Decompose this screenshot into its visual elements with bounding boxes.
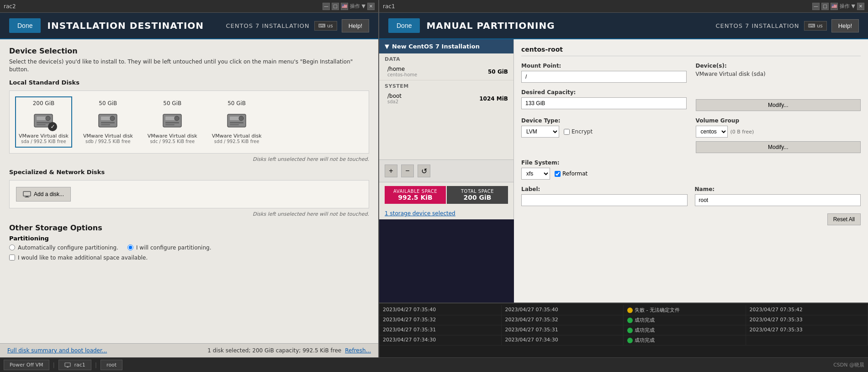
available-space: AVAILABLE SPACE 992.5 KiB [385,186,446,204]
minimize-btn[interactable]: — [323,3,330,10]
taskbar-item-rac1[interactable]: rac1 [58,360,91,370]
disks-grid: 200 GiB ✓ VMware Virtual disk sda / 992.… [9,90,369,154]
disk-icon-sdc [159,108,186,131]
inst-right-left: CENTOS 7 INSTALLATION ⌨ us Help! [226,19,369,32]
taskbar-item-root[interactable]: root [101,360,122,370]
manual-partitioning-radio[interactable] [127,244,133,250]
tree-item-home[interactable]: /home centos-home 50 GiB [379,63,513,80]
capacity-input[interactable] [521,97,687,109]
footer-status: 1 disk selected; 200 GiB capacity; 992.5… [207,347,341,354]
details-title: centos-root [521,46,861,56]
label-input[interactable] [521,194,688,206]
device-field: Device(s): VMware Virtual disk (sda) [696,63,861,83]
status-dot-success-2 [627,318,633,323]
disk-size-sdb: 50 GiB [99,100,117,106]
filesystem-select[interactable]: xfs ext4 swap [521,168,550,180]
remove-partition-btn[interactable]: − [401,165,414,177]
volume-group-select[interactable]: centos [696,126,728,138]
vg-free-label: (0 B free) [730,129,754,135]
help-button-left[interactable]: Help! [342,19,369,32]
auto-partitioning-label[interactable]: Automatically configure partitioning. [9,244,118,251]
log-cell-3-1: 2023/04/27 07:35:31 [379,325,502,335]
done-button-right[interactable]: Done [388,18,420,33]
reformat-text: Reformat [562,170,587,177]
tree-item-boot[interactable]: /boot sda2 1024 MiB [379,90,513,106]
help-button-right[interactable]: Help! [831,19,859,32]
maximize-btn[interactable]: □ [332,3,339,10]
taskbar-sep-2: | [95,361,97,368]
status-dot-success-3 [627,328,633,333]
centos-label-right: CENTOS 7 INSTALLATION [716,22,799,29]
reformat-checkbox[interactable] [555,171,561,177]
device-type-field: Device Type: LVM Standard RAID Encrypt [521,117,687,153]
name-input[interactable] [695,194,861,206]
taskbar-monitor-icon [64,362,71,368]
tree-section-data: DATA [379,53,513,63]
close-btn-right[interactable]: ✕ [857,3,864,10]
maximize-btn-right[interactable]: □ [821,3,829,10]
log-table: 2023/04/27 07:35:40 2023/04/27 07:35:40 … [379,305,868,345]
disk-item-sdb[interactable]: 50 GiB VMware Virtual disk sdb / 992.5 K… [80,97,136,147]
capacity-label: Desired Capacity: [521,89,687,96]
name-field: Name: [695,186,861,206]
name-label: Name: [695,186,861,192]
operation-label-right: 操作 ▼ [840,3,855,10]
partitioning-subtitle: Partitioning [9,235,369,242]
reformat-label[interactable]: Reformat [555,170,587,177]
log-status-1: 失败 - 无法确定文件 [635,307,680,314]
device-type-controls: LVM Standard RAID Encrypt [521,126,687,138]
total-space: TOTAL SPACE 200 GiB [447,186,508,204]
inst-title-left: INSTALLATION DESTINATION [47,20,204,31]
disk-size-sdd: 50 GiB [228,100,246,106]
total-value: 200 GiB [451,194,503,201]
modify-button-1[interactable]: Modify... [696,99,861,111]
check-mark-sda: ✓ [48,122,57,131]
svg-rect-6 [101,117,110,120]
mount-point-input[interactable] [521,71,687,83]
additional-space-label[interactable]: I would like to make additional space av… [9,255,369,261]
disk-name-sdb: VMware Virtual disk [83,133,133,139]
device-label: Device(s): [696,63,861,69]
storage-device-link[interactable]: 1 storage device selected [379,207,513,219]
storage-link-text[interactable]: 1 storage device selected [385,210,455,217]
device-type-select[interactable]: LVM Standard RAID [521,126,559,138]
log-cell-4-4 [746,335,868,345]
add-partition-btn[interactable]: + [385,165,397,177]
local-disks-title: Local Standard Disks [9,79,369,86]
status-dot-warning [627,308,633,313]
log-cell-3-3: 成功完成 [624,325,746,335]
partitioning-options: Automatically configure partitioning. I … [9,244,369,251]
reset-all-button[interactable]: Reset All [827,213,861,225]
refresh-partition-btn[interactable]: ↺ [418,165,430,177]
add-disk-button[interactable]: Add a disk... [16,187,71,202]
modify-button-2[interactable]: Modify... [696,141,861,153]
log-cell-1-3: 失败 - 无法确定文件 [624,305,746,315]
disk-item-sdc[interactable]: 50 GiB VMware Virtual disk sdc / 992.5 K… [145,97,200,147]
taskbar-item-poweroff[interactable]: Power Off VM [4,360,49,370]
close-btn[interactable]: ✕ [367,3,375,10]
done-button-left[interactable]: Done [9,18,41,33]
minimize-btn-right[interactable]: — [812,3,820,10]
full-disk-summary-link[interactable]: Full disk summary and boot loader... [7,347,107,354]
other-storage-title: Other Storage Options [9,223,369,232]
partition-tree-wrapper: ▼ New CentOS 7 Installation DATA /home c… [379,39,514,303]
specialized-box: Add a disk... [9,180,369,208]
manual-partitioning-label[interactable]: I will configure partitioning. [127,244,211,251]
inst-title-right: MANUAL PARTITIONING [426,20,555,31]
disk-sub-sdd: sdd / 992.5 KiB free [214,139,259,144]
encrypt-checkbox[interactable] [564,129,570,135]
tree-section-system: SYSTEM [379,80,513,90]
disk-item-sda[interactable]: 200 GiB ✓ VMware Virtual disk sda / 992.… [16,97,71,147]
footer-right: 1 disk selected; 200 GiB capacity; 992.5… [207,347,371,354]
other-storage-section: Other Storage Options Partitioning Autom… [9,223,369,261]
refresh-link[interactable]: Refresh... [345,347,371,354]
log-cell-1-1: 2023/04/27 07:35:40 [379,305,502,315]
available-value: 992.5 KiB [389,194,441,201]
tree-item-name-home: /home centos-home [387,66,417,77]
disk-item-sdd[interactable]: 50 GiB VMware Virtual disk sdd / 992.5 K… [209,97,265,147]
mount-point-field: Mount Point: [521,63,687,83]
additional-space-checkbox[interactable] [9,255,15,260]
auto-partitioning-radio[interactable] [9,244,15,250]
encrypt-checkbox-label[interactable]: Encrypt [564,128,593,135]
right-inst-content: ▼ New CentOS 7 Installation DATA /home c… [379,39,868,303]
